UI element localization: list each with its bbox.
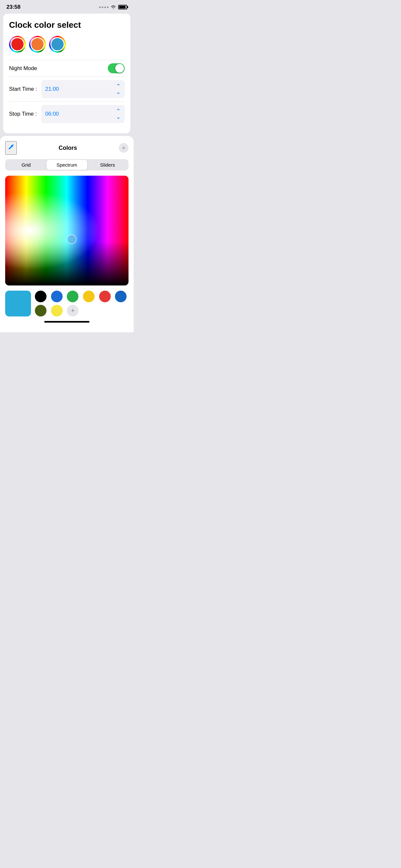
- selected-color-preview: [5, 290, 31, 316]
- tab-grid[interactable]: Grid: [6, 160, 47, 170]
- add-swatch-button[interactable]: +: [67, 305, 79, 316]
- stop-time-value: 06:00: [45, 111, 59, 117]
- swatch-dark-blue[interactable]: [115, 290, 127, 302]
- color-circle-red[interactable]: [9, 36, 26, 53]
- toggle-knob: [115, 64, 124, 73]
- swatch-light-yellow[interactable]: [51, 305, 63, 316]
- stop-time-label: Stop Time :: [9, 111, 38, 117]
- eyedropper-icon: [7, 143, 15, 151]
- color-circle-inner-orange: [30, 37, 44, 51]
- swatches-grid: +: [35, 290, 128, 316]
- status-icons: [99, 5, 127, 9]
- battery-icon: [118, 5, 127, 9]
- card-title: Clock color select: [9, 20, 125, 30]
- swatches-area: +: [5, 290, 128, 316]
- spectrum-canvas[interactable]: [5, 176, 128, 285]
- night-mode-row: Night Mode: [9, 60, 125, 76]
- stop-time-stepper: ⌃ ⌄: [116, 108, 121, 120]
- tab-sliders[interactable]: Sliders: [87, 160, 128, 170]
- spectrum-cursor[interactable]: [67, 235, 76, 244]
- wifi-icon: [111, 5, 116, 9]
- color-circle-inner-blue: [50, 37, 65, 51]
- swatch-yellow[interactable]: [83, 290, 95, 302]
- stop-time-row: Stop Time : 06:00 ⌃ ⌄: [9, 101, 125, 126]
- stop-time-picker[interactable]: 06:00 ⌃ ⌄: [41, 105, 125, 123]
- add-icon: +: [71, 306, 75, 315]
- spectrum-gradient: [5, 176, 128, 285]
- close-icon: ×: [122, 145, 125, 151]
- night-mode-toggle[interactable]: [108, 63, 125, 73]
- swatch-green[interactable]: [67, 290, 79, 302]
- start-time-row: Start Time : 21:00 ⌃ ⌄: [9, 76, 125, 101]
- signal-icon: [99, 6, 109, 8]
- status-time: 23:58: [6, 4, 20, 10]
- color-picker-sheet: Colors × Grid Spectrum Sliders +: [0, 136, 134, 332]
- swatch-blue[interactable]: [51, 290, 63, 302]
- swatch-red[interactable]: [99, 290, 111, 302]
- color-circle-blue[interactable]: [49, 36, 66, 53]
- start-time-picker[interactable]: 21:00 ⌃ ⌄: [41, 80, 125, 98]
- start-time-stepper: ⌃ ⌄: [116, 83, 121, 95]
- color-circles: [9, 36, 125, 53]
- night-mode-label: Night Mode: [9, 65, 37, 72]
- home-indicator: [44, 321, 89, 322]
- swatch-black[interactable]: [35, 290, 47, 302]
- start-time-label: Start Time :: [9, 86, 38, 92]
- close-button[interactable]: ×: [119, 143, 128, 153]
- tab-spectrum[interactable]: Spectrum: [47, 160, 87, 170]
- eyedropper-button[interactable]: [5, 141, 17, 155]
- sheet-title: Colors: [58, 145, 77, 151]
- sheet-header: Colors ×: [5, 141, 128, 155]
- swatch-olive[interactable]: [35, 305, 47, 316]
- start-time-value: 21:00: [45, 86, 59, 92]
- color-circle-orange[interactable]: [29, 36, 46, 53]
- color-circle-inner-red: [10, 37, 25, 51]
- segment-control[interactable]: Grid Spectrum Sliders: [5, 159, 128, 170]
- status-bar: 23:58: [0, 0, 134, 12]
- main-card: Clock color select Night Mode Start Time…: [3, 13, 130, 133]
